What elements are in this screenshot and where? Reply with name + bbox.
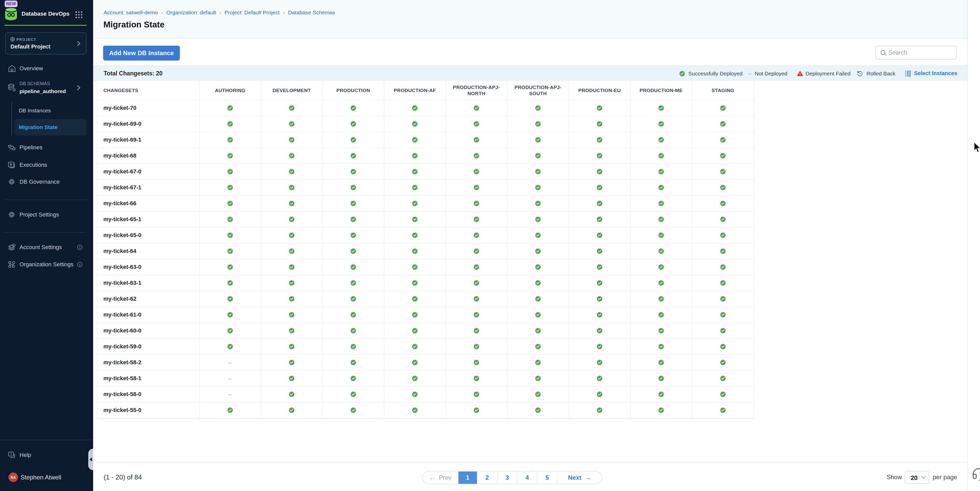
svg-text:?: ? (10, 452, 12, 456)
